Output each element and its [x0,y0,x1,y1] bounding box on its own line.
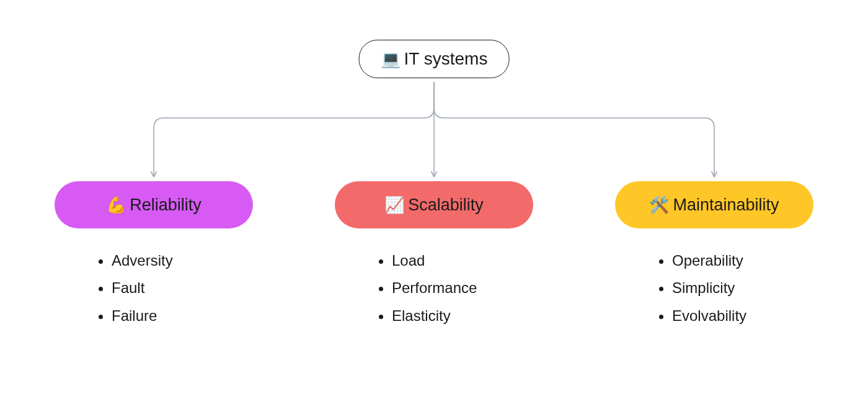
child-maintainability: 🛠️ Maintainability Operability Simplicit… [615,181,813,330]
child-reliability: 💪 Reliability Adversity Fault Failure [55,181,253,330]
connector-lines [0,79,868,185]
scalability-pill: 📈 Scalability [335,181,533,228]
list-item: Simplicity [672,274,746,302]
list-item: Failure [112,302,173,330]
reliability-pill: 💪 Reliability [55,181,253,228]
laptop-icon: 💻 [381,50,401,69]
child-scalability: 📈 Scalability Load Performance Elasticit… [335,181,533,330]
list-item: Elasticity [392,302,477,330]
list-item: Adversity [112,247,173,274]
scalability-label: Scalability [408,196,484,215]
maintainability-pill: 🛠️ Maintainability [615,181,813,228]
list-item: Fault [112,274,173,302]
list-item: Operability [672,247,746,274]
tools-icon: 🛠️ [649,196,669,215]
maintainability-label: Maintainability [673,196,779,215]
root-node: 💻 IT systems [359,40,510,78]
reliability-label: Reliability [130,196,202,215]
list-item: Evolvability [672,302,746,330]
children-row: 💪 Reliability Adversity Fault Failure 📈 … [0,181,868,330]
maintainability-bullets: Operability Simplicity Evolvability [615,247,746,330]
reliability-bullets: Adversity Fault Failure [55,247,173,330]
root-label: IT systems [404,49,488,69]
scalability-bullets: Load Performance Elasticity [335,247,477,330]
chart-up-icon: 📈 [384,196,404,215]
list-item: Performance [392,274,477,302]
list-item: Load [392,247,477,274]
flex-arm-icon: 💪 [106,196,126,215]
